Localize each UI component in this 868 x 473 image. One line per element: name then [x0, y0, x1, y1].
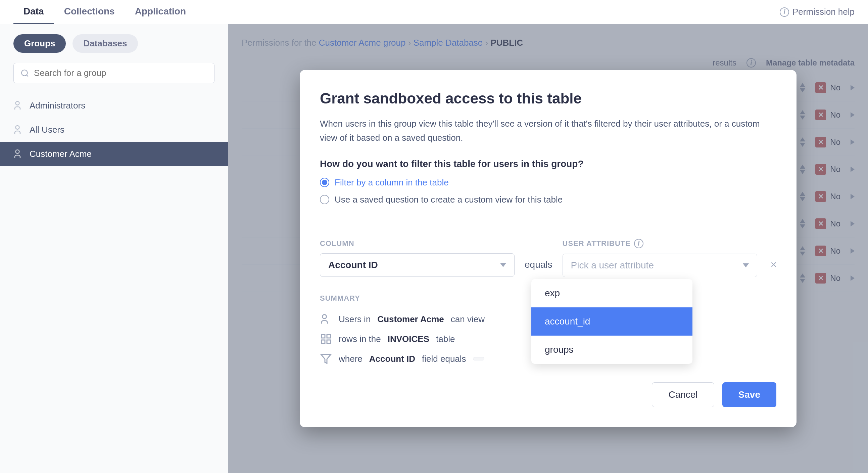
column-section: COLUMN Account ID — [320, 239, 515, 277]
nav-application[interactable]: Application — [125, 0, 196, 24]
svg-rect-7 — [327, 334, 331, 338]
dropdown-item-account-id[interactable]: account_id — [531, 307, 692, 335]
attribute-row: COLUMN Account ID equals USER ATTRIBUTE … — [320, 239, 776, 277]
user-attr-placeholder: Pick a user attribute — [571, 260, 654, 271]
divider — [300, 222, 797, 222]
equals-label: equals — [525, 259, 553, 270]
chevron-down-icon — [500, 263, 506, 267]
radio-selected-icon[interactable] — [320, 178, 329, 187]
filter-question: How do you want to filter this table for… — [320, 158, 776, 169]
user-attribute-select[interactable]: Pick a user attribute — [563, 254, 757, 277]
svg-rect-6 — [321, 334, 325, 338]
svg-marker-10 — [321, 354, 331, 363]
search-box[interactable] — [13, 63, 215, 83]
modal-footer: Cancel Save — [320, 382, 776, 407]
permission-help-button[interactable]: i Permission help — [780, 7, 855, 17]
svg-rect-8 — [321, 340, 325, 344]
search-input[interactable] — [34, 68, 208, 78]
nav-collections[interactable]: Collections — [54, 0, 125, 24]
sidebar: Groups Databases Administrators All User… — [0, 24, 228, 473]
svg-point-2 — [16, 101, 20, 105]
column-label: COLUMN — [320, 239, 515, 248]
svg-rect-9 — [327, 340, 331, 344]
summary-field-name: Account ID — [369, 352, 415, 365]
sidebar-item-all-users[interactable]: All Users — [0, 118, 228, 142]
users-icon — [320, 313, 332, 325]
tab-databases[interactable]: Databases — [72, 34, 137, 53]
chevron-down-icon-2 — [743, 263, 749, 267]
user-attribute-dropdown: exp account_id groups — [531, 279, 692, 364]
nav-data[interactable]: Data — [13, 0, 54, 24]
top-nav: Data Collections Application i Permissio… — [0, 0, 868, 24]
save-button[interactable]: Save — [722, 382, 776, 407]
group-icon — [13, 100, 24, 111]
filter-icon — [320, 353, 332, 365]
sidebar-tabs: Groups Databases — [0, 34, 228, 63]
grid-icon — [320, 333, 332, 345]
info-icon: i — [780, 7, 789, 17]
modal: Grant sandboxed access to this table Whe… — [300, 70, 797, 427]
column-select[interactable]: Account ID — [320, 253, 515, 277]
sidebar-item-customer-acme[interactable]: Customer Acme — [0, 142, 228, 166]
search-icon — [21, 68, 29, 78]
modal-title: Grant sandboxed access to this table — [320, 90, 776, 107]
radio-group: Filter by a column in the table Use a sa… — [320, 177, 776, 205]
summary-table-name: INVOICES — [388, 332, 429, 346]
dropdown-item-groups[interactable]: groups — [531, 335, 692, 364]
sidebar-item-administrators[interactable]: Administrators — [0, 93, 228, 118]
radio-unselected-icon[interactable] — [320, 195, 329, 204]
group-icon-2 — [13, 124, 24, 135]
svg-point-5 — [322, 315, 327, 319]
radio-option-saved-question[interactable]: Use a saved question to create a custom … — [320, 195, 776, 205]
user-attribute-label: USER ATTRIBUTE i — [563, 239, 757, 248]
user-attribute-section: USER ATTRIBUTE i Pick a user attribute — [563, 239, 757, 277]
user-attr-info-icon[interactable]: i — [634, 239, 644, 248]
field-pill — [473, 357, 484, 360]
group-icon-3 — [13, 148, 24, 159]
column-select-value: Account ID — [328, 260, 378, 270]
radio-label-saved: Use a saved question to create a custom … — [335, 195, 563, 205]
radio-label-column: Filter by a column in the table — [335, 177, 449, 188]
svg-point-4 — [16, 150, 20, 153]
tab-groups[interactable]: Groups — [13, 34, 66, 53]
summary-group-name: Customer Acme — [377, 313, 444, 326]
svg-point-0 — [22, 70, 27, 76]
content-area: Permissions for the Customer Acme group … — [228, 24, 868, 473]
modal-description: When users in this group view this table… — [320, 117, 776, 145]
svg-point-3 — [16, 126, 20, 129]
close-button[interactable]: × — [767, 255, 780, 274]
radio-option-column[interactable]: Filter by a column in the table — [320, 177, 776, 188]
modal-overlay: Grant sandboxed access to this table Whe… — [228, 24, 868, 473]
main-layout: Groups Databases Administrators All User… — [0, 24, 868, 473]
cancel-button[interactable]: Cancel — [652, 382, 714, 407]
svg-line-1 — [27, 75, 28, 77]
dropdown-item-exp[interactable]: exp — [531, 279, 692, 307]
